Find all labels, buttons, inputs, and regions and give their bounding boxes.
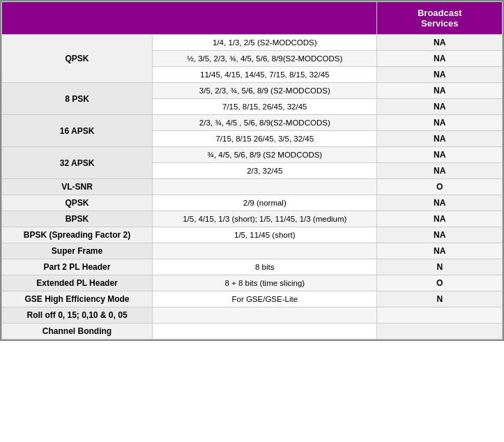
row-label: VL-SNR (2, 179, 153, 195)
row-label: Roll off 0, 15; 0,10 & 0, 05 (2, 307, 153, 323)
main-table-wrapper: BroadcastServices QPSK1/4, 1/3, 2/5 (S2-… (0, 0, 504, 341)
row-value: 2/3, 32/45 (153, 163, 377, 179)
table-row: Super FrameNA (2, 243, 503, 259)
row-broadcast: NA (377, 211, 503, 227)
row-value: ½, 3/5, 2/3, ¾, 4/5, 5/6, 8/9(S2-MODCODS… (153, 51, 377, 67)
row-broadcast: NA (377, 67, 503, 83)
row-broadcast: O (377, 275, 503, 291)
table-row: 32 APSK¾, 4/5, 5/6, 8/9 (S2 MODCODS)NA (2, 147, 503, 163)
row-value: 8 bits (153, 259, 377, 275)
row-value: 8 + 8 bits (time slicing) (153, 275, 377, 291)
row-label: 16 APSK (2, 115, 153, 147)
row-broadcast: N (377, 291, 503, 307)
table-row: Roll off 0, 15; 0,10 & 0, 05 (2, 307, 503, 323)
row-value: 1/5, 11/45 (short) (153, 227, 377, 243)
row-broadcast: NA (377, 243, 503, 259)
table-row: QPSK1/4, 1/3, 2/5 (S2-MODCODS)NA (2, 35, 503, 51)
row-broadcast: N (377, 259, 503, 275)
row-broadcast: NA (377, 163, 503, 179)
row-label: QPSK (2, 35, 153, 83)
row-label: Extended PL Header (2, 275, 153, 291)
row-broadcast (377, 307, 503, 323)
table-row: Extended PL Header8 + 8 bits (time slici… (2, 275, 503, 291)
row-label: 32 APSK (2, 147, 153, 179)
row-label: GSE High Efficiency Mode (2, 291, 153, 307)
row-value: 7/15, 8/15 26/45, 3/5, 32/45 (153, 131, 377, 147)
table-row: VL-SNRO (2, 179, 503, 195)
table-row: 8 PSK3/5, 2/3, ¾, 5/6, 8/9 (S2-MODCODS)N… (2, 83, 503, 99)
table-row: Part 2 PL Header8 bitsN (2, 259, 503, 275)
table-row: GSE High Efficiency ModeFor GSE/GSE-Lite… (2, 291, 503, 307)
table-row: Channel Bonding (2, 323, 503, 340)
row-label: BPSK (Spreading Factor 2) (2, 227, 153, 243)
row-broadcast: NA (377, 51, 503, 67)
row-broadcast: NA (377, 115, 503, 131)
row-label: Channel Bonding (2, 323, 153, 340)
row-label: 8 PSK (2, 83, 153, 115)
table-row: QPSK2/9 (normal)NA (2, 195, 503, 211)
row-label: QPSK (2, 195, 153, 211)
header-broadcast: BroadcastServices (377, 2, 503, 35)
row-value: 1/5, 4/15, 1/3 (short); 1/5, 11/45, 1/3 … (153, 211, 377, 227)
row-broadcast: O (377, 179, 503, 195)
row-value (153, 323, 377, 340)
row-broadcast: NA (377, 83, 503, 99)
header-sys-config (2, 2, 377, 35)
row-value (153, 307, 377, 323)
row-value: 1/4, 1/3, 2/5 (S2-MODCODS) (153, 35, 377, 51)
row-value: 3/5, 2/3, ¾, 5/6, 8/9 (S2-MODCODS) (153, 83, 377, 99)
row-broadcast: NA (377, 35, 503, 51)
row-broadcast: NA (377, 99, 503, 115)
row-value: For GSE/GSE-Lite (153, 291, 377, 307)
table-row: BPSK (Spreading Factor 2)1/5, 11/45 (sho… (2, 227, 503, 243)
row-value: 11/45, 4/15, 14/45, 7/15, 8/15, 32/45 (153, 67, 377, 83)
row-broadcast (377, 323, 503, 340)
row-value: 2/9 (normal) (153, 195, 377, 211)
table-row: BPSK1/5, 4/15, 1/3 (short); 1/5, 11/45, … (2, 211, 503, 227)
table-row: 16 APSK2/3, ¾, 4/5 , 5/6, 8/9(S2-MODCODS… (2, 115, 503, 131)
row-broadcast: NA (377, 227, 503, 243)
system-config-table: BroadcastServices QPSK1/4, 1/3, 2/5 (S2-… (1, 1, 503, 340)
row-broadcast: NA (377, 195, 503, 211)
row-broadcast: NA (377, 147, 503, 163)
row-value (153, 243, 377, 259)
row-value: ¾, 4/5, 5/6, 8/9 (S2 MODCODS) (153, 147, 377, 163)
row-broadcast: NA (377, 131, 503, 147)
row-value (153, 179, 377, 195)
row-label: BPSK (2, 211, 153, 227)
row-label: Super Frame (2, 243, 153, 259)
row-value: 2/3, ¾, 4/5 , 5/6, 8/9(S2-MODCODS) (153, 115, 377, 131)
row-label: Part 2 PL Header (2, 259, 153, 275)
row-value: 7/15, 8/15, 26/45, 32/45 (153, 99, 377, 115)
